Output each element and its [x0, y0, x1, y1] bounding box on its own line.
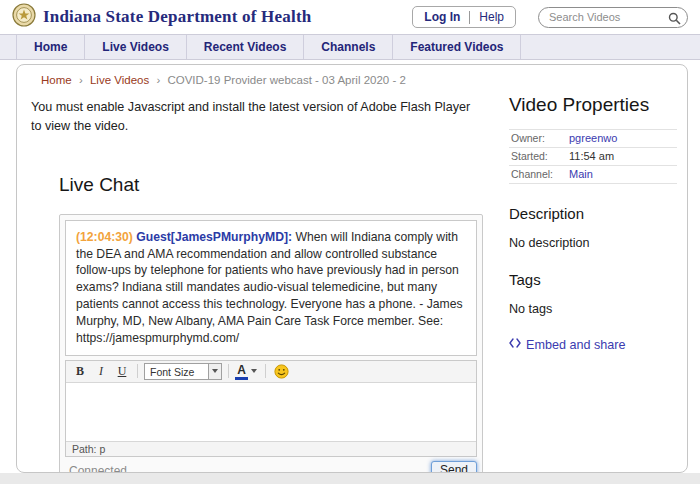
text-color-label: A	[235, 363, 248, 380]
emoticon-button[interactable]	[272, 364, 291, 379]
chat-message-list: (12:04:30) Guest[JamesPMurphyMD]: When w…	[65, 220, 477, 356]
tags-heading: Tags	[509, 271, 677, 288]
toolbar-divider	[137, 364, 138, 378]
top-bar: Indiana State Department of Health Log I…	[0, 0, 700, 34]
content-panel: Home › Live Videos › COVID-19 Provider w…	[16, 64, 688, 473]
breadcrumb-separator: ›	[79, 74, 83, 86]
breadcrumb-current-page: COVID-19 Provider webcast - 03 April 202…	[167, 74, 405, 86]
help-link[interactable]: Help	[479, 10, 504, 24]
chat-footer: Connected Send	[65, 461, 477, 473]
chevron-down-icon	[248, 363, 259, 380]
chat-timestamp: (12:04:30)	[76, 230, 133, 244]
chat-author: Guest[JamesPMurphyMD]:	[136, 230, 292, 244]
login-link[interactable]: Log In	[424, 10, 460, 24]
breadcrumb-home-link[interactable]: Home	[41, 74, 72, 86]
owner-value-link[interactable]: pgreenwo	[569, 132, 617, 144]
video-properties-sidebar: Video Properties Owner: pgreenwo Started…	[499, 90, 687, 473]
flash-player-notice: You must enable Javascript and install t…	[31, 98, 483, 136]
search-icon[interactable]	[668, 11, 681, 29]
underline-button[interactable]: U	[113, 363, 131, 380]
started-label: Started:	[511, 150, 569, 162]
send-button[interactable]: Send	[431, 461, 477, 473]
editor-toolbar: B I U Font Size A	[66, 361, 476, 383]
property-row-channel: Channel: Main	[509, 166, 677, 184]
breadcrumb: Home › Live Videos › COVID-19 Provider w…	[17, 65, 687, 90]
state-seal-icon	[12, 3, 36, 31]
smiley-icon	[274, 364, 289, 379]
chevron-down-icon	[208, 364, 221, 379]
text-color-button[interactable]: A	[235, 363, 259, 380]
nav-item-home[interactable]: Home	[16, 35, 85, 59]
toolbar-divider	[228, 364, 229, 378]
chat-message: (12:04:30) Guest[JamesPMurphyMD]: When w…	[76, 229, 466, 347]
video-properties-heading: Video Properties	[509, 94, 677, 116]
italic-button[interactable]: I	[92, 363, 110, 380]
owner-label: Owner:	[511, 132, 569, 144]
breadcrumb-live-videos-link[interactable]: Live Videos	[90, 74, 149, 86]
started-value: 11:54 am	[569, 150, 614, 162]
main-nav: Home Live Videos Recent Videos Channels …	[0, 34, 700, 60]
auth-box: Log In Help	[412, 6, 516, 28]
description-value: No description	[509, 236, 677, 250]
site-title: Indiana State Department of Health	[43, 7, 311, 27]
breadcrumb-separator: ›	[156, 74, 160, 86]
content-columns: You must enable Javascript and install t…	[17, 90, 687, 473]
embed-and-share-link[interactable]: Embed and share	[509, 337, 677, 352]
main-column: You must enable Javascript and install t…	[17, 90, 499, 473]
search-input[interactable]	[538, 7, 688, 28]
embed-icon	[509, 337, 521, 352]
channel-value-link[interactable]: Main	[569, 168, 593, 180]
editor-path-bar: Path: p	[66, 441, 476, 456]
nav-item-featured-videos[interactable]: Featured Videos	[393, 35, 521, 59]
chat-input[interactable]	[66, 383, 476, 441]
connection-status: Connected	[65, 464, 127, 473]
property-row-owner: Owner: pgreenwo	[509, 130, 677, 148]
toolbar-divider	[265, 364, 266, 378]
nav-item-recent-videos[interactable]: Recent Videos	[187, 35, 304, 59]
nav-item-live-videos[interactable]: Live Videos	[85, 35, 186, 59]
live-chat-heading: Live Chat	[59, 174, 499, 196]
description-heading: Description	[509, 205, 677, 222]
auth-divider	[469, 11, 470, 24]
properties-table: Owner: pgreenwo Started: 11:54 am Channe…	[509, 129, 677, 184]
chat-message-text: When will Indiana comply with the DEA an…	[76, 230, 463, 345]
property-row-started: Started: 11:54 am	[509, 148, 677, 166]
embed-and-share-label: Embed and share	[526, 338, 625, 352]
font-size-label: Font Size	[145, 364, 208, 379]
channel-label: Channel:	[511, 168, 569, 180]
page-body: Home › Live Videos › COVID-19 Provider w…	[0, 60, 700, 473]
tags-value: No tags	[509, 302, 677, 316]
nav-item-channels[interactable]: Channels	[304, 35, 393, 59]
live-chat-widget: (12:04:30) Guest[JamesPMurphyMD]: When w…	[59, 214, 483, 473]
chat-editor: B I U Font Size A	[65, 360, 477, 457]
top-right-controls: Log In Help	[412, 6, 688, 28]
brand: Indiana State Department of Health	[12, 3, 311, 31]
search-box	[538, 7, 688, 28]
bold-button[interactable]: B	[71, 363, 89, 380]
font-size-dropdown[interactable]: Font Size	[144, 363, 222, 380]
